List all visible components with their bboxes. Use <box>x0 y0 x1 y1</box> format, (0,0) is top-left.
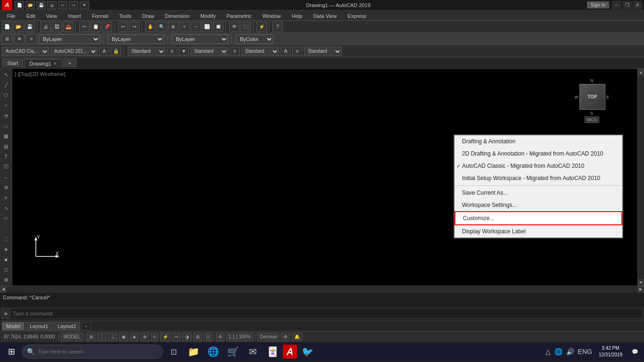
workspace-settings-btn[interactable]: ⚙ <box>281 333 290 341</box>
lt-attdef[interactable]: ≡ <box>1 193 11 203</box>
tb-zoomin[interactable]: + <box>179 22 190 32</box>
menu-express[interactable]: Express <box>342 11 372 20</box>
search-bar[interactable]: 🔍 <box>22 345 163 359</box>
volume-icon[interactable]: 🔊 <box>565 348 575 355</box>
tb-namedview[interactable]: 👁 <box>229 22 239 32</box>
menu-parametric[interactable]: Parametric <box>221 11 256 20</box>
lt-region[interactable]: ◻ <box>1 265 11 275</box>
layer-props-btn[interactable]: ≡ <box>26 34 37 44</box>
lt-3d[interactable]: ⬚ <box>1 234 11 244</box>
selcycling-btn[interactable]: ⊙ <box>204 333 212 341</box>
scroll-track-h[interactable] <box>7 286 637 293</box>
ctx-customize[interactable]: Customize... <box>454 211 622 225</box>
ctx-2d-drafting[interactable]: 2D Drafting & Annotation - Migrated from… <box>454 148 622 160</box>
lt-dim[interactable]: ↔ <box>1 173 11 182</box>
tb-pan[interactable]: ✋ <box>145 22 156 32</box>
ws-icon2[interactable]: ▼ <box>179 47 189 56</box>
scroll-down-arrow[interactable]: ▼ <box>638 279 644 286</box>
menu-modify[interactable]: Modify <box>195 11 221 20</box>
menu-draw[interactable]: Draw <box>137 11 159 20</box>
color-dropdown[interactable]: ByColor <box>236 34 273 44</box>
tb-redo[interactable]: ↪ <box>129 22 140 32</box>
tb-zoomext[interactable]: ⬜ <box>202 22 212 32</box>
model-tab[interactable]: Model <box>2 322 25 330</box>
ws-icon3[interactable]: ≡ <box>230 47 240 56</box>
minimize-button[interactable]: ─ <box>612 1 621 9</box>
lt-rect[interactable]: □ <box>1 121 11 131</box>
lt-ellipse[interactable]: ⬭ <box>1 214 11 223</box>
tb-copy[interactable]: 📋 <box>91 22 101 32</box>
grid-btn[interactable]: ⊞ <box>87 333 95 341</box>
tb-print[interactable]: 🖨 <box>41 22 51 32</box>
clock-area[interactable]: 3:42 PM 12/31/2019 <box>595 345 626 358</box>
lt-insert[interactable]: ⊞ <box>1 182 11 192</box>
toolbar-settings-icon[interactable]: ▼ <box>80 1 89 9</box>
lt-surface[interactable]: ◈ <box>1 244 11 254</box>
store-icon[interactable]: 🛒 <box>223 342 242 361</box>
new-icon[interactable]: 📄 <box>15 1 24 9</box>
task-view-btn[interactable]: ⊡ <box>164 342 183 361</box>
notifications-btn[interactable]: 🔔 <box>292 333 302 341</box>
ctx-workspace-settings[interactable]: Workspace Settings... <box>454 199 622 211</box>
ws-icon5[interactable]: ≡ <box>292 47 303 56</box>
lt-pick[interactable]: ↖ <box>1 70 11 80</box>
lock-btn[interactable]: 🔒 <box>111 47 121 56</box>
polar-btn[interactable]: ◉ <box>119 333 128 341</box>
lt-hatch[interactable]: ▦ <box>1 132 11 141</box>
tb-save[interactable]: 💾 <box>25 22 35 32</box>
layout2-tab[interactable]: Layout2 <box>53 322 80 330</box>
start-tab[interactable]: Start <box>2 58 23 67</box>
lt-gradient[interactable]: ▤ <box>1 141 11 151</box>
add-layout-button[interactable]: + <box>81 322 91 330</box>
annotation-mon-btn[interactable]: A <box>216 333 224 341</box>
linetype-dropdown[interactable]: ByLayer <box>107 34 164 44</box>
menu-insert[interactable]: Insert <box>63 11 86 20</box>
search-input[interactable] <box>38 349 158 354</box>
lt-wipeout[interactable]: ⊠ <box>1 275 11 285</box>
redo-icon[interactable]: ↪ <box>69 1 78 9</box>
start-button[interactable]: ⊞ <box>2 342 21 361</box>
annotation-scale-btn[interactable]: A <box>99 47 109 56</box>
mail-icon[interactable]: ✉ <box>243 342 262 361</box>
dyn-btn[interactable]: ⚡ <box>160 333 171 341</box>
lt-line[interactable]: ╱ <box>1 80 11 90</box>
lt-mtext[interactable]: Ⓣ <box>1 162 11 172</box>
edge-icon[interactable]: 🌐 <box>204 342 223 361</box>
ctx-save-current[interactable]: Save Current As... <box>454 187 622 199</box>
model-btn[interactable]: MODEL <box>61 333 83 341</box>
add-tab[interactable]: + <box>63 58 76 67</box>
tb-plotprev[interactable]: 🖼 <box>52 22 62 32</box>
standard-select2[interactable]: Standard <box>190 47 228 56</box>
ortho-btn[interactable]: ⊥ <box>108 333 117 341</box>
viewcube[interactable]: N W TOP E S WCS <box>574 78 609 123</box>
menu-dataview[interactable]: Data View <box>308 11 342 20</box>
menu-help[interactable]: Help <box>287 11 308 20</box>
tb-publish[interactable]: 📤 <box>63 22 74 32</box>
lt-circle[interactable]: ○ <box>1 100 11 110</box>
menu-file[interactable]: File <box>2 11 21 20</box>
twitter-icon[interactable]: 🐦 <box>298 342 317 361</box>
scroll-track-v[interactable] <box>638 75 644 279</box>
qprops-btn[interactable]: ⊞ <box>193 333 202 341</box>
lt-polyline[interactable]: ⬡ <box>1 90 11 100</box>
menu-dimension[interactable]: Dimension <box>160 11 195 20</box>
ws-icon4[interactable]: A <box>281 47 291 56</box>
units-btn[interactable]: Decimal <box>257 333 279 341</box>
allow-disallow-btn[interactable]: ≡ <box>151 333 158 341</box>
autocad-logo[interactable]: A <box>2 0 12 10</box>
ctx-display-label[interactable]: Display Workspace Label <box>454 225 622 238</box>
annotscale-btn[interactable]: 1:1 | 100% <box>226 333 254 341</box>
standard-select4[interactable]: Standard <box>304 47 342 56</box>
workspace-select2[interactable]: AutoCAD 201... <box>50 47 98 56</box>
standard-select3[interactable]: Standard <box>241 47 279 56</box>
wcs-label[interactable]: WCS <box>585 116 599 123</box>
coordinates-display[interactable]: 97.7624, 2.8849, 0.0000 <box>2 334 57 339</box>
lt-arc[interactable]: ◔ <box>1 111 11 121</box>
lt-spline[interactable]: ∿ <box>1 203 11 213</box>
workspace-select1[interactable]: AutoCAD Cla... <box>2 47 49 56</box>
osnap-btn[interactable]: ◈ <box>130 333 139 341</box>
tb-vports[interactable]: ⬛ <box>240 22 251 32</box>
lineweight-dropdown[interactable]: ByLayer <box>172 34 228 44</box>
scroll-up-arrow[interactable]: ▲ <box>638 69 644 75</box>
network-icon[interactable]: 🌐 <box>553 348 563 355</box>
